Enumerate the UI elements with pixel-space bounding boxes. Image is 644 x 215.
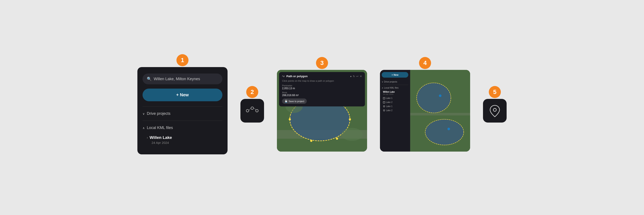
chevron-right-icon: ›	[147, 136, 148, 139]
step-badge-5: 5	[489, 86, 501, 98]
dialog-actions[interactable]: ● ↻ ↩ ✕	[350, 75, 362, 78]
lake1b-pin-icon	[383, 105, 385, 108]
svg-point-20	[384, 110, 385, 111]
svg-point-13	[310, 140, 312, 142]
save-to-project-button[interactable]: 💾 Save to project	[282, 98, 307, 104]
dialog-title: Path or polygon	[282, 75, 308, 78]
perimeter-label: Perimeter	[282, 84, 362, 87]
panel4-divider	[382, 85, 408, 85]
svg-point-0	[246, 109, 249, 112]
map-sidebar-panel: + New ∨ Drive projects ∧ Local KML files…	[380, 70, 470, 152]
path-icon-small	[282, 75, 285, 77]
panel4-new-button[interactable]: + New	[382, 72, 408, 78]
dialog-subtitle: Click points on the map to draw a path o…	[282, 80, 362, 82]
path-icon-panel	[240, 99, 264, 123]
save-button-label: Save to project	[288, 100, 304, 103]
chevron-up-icon: ∧	[142, 126, 145, 130]
lake2b-label: Lake 2	[386, 109, 392, 112]
panel4-willen-item[interactable]: Willen Lake 24 Apr 2024	[382, 90, 408, 96]
search-icon: 🔍	[147, 77, 152, 81]
svg-point-18	[384, 106, 385, 107]
local-kml-label: Local KML files	[147, 126, 173, 130]
kml-item-date: 24 Apr 2024	[147, 141, 218, 144]
map-polygon-panel: Path or polygon ● ↻ ↩ ✕ Click points on …	[277, 70, 367, 152]
svg-point-30	[493, 108, 496, 111]
svg-point-1	[251, 107, 254, 109]
svg-point-2	[256, 109, 258, 112]
svg-point-15	[341, 128, 363, 141]
lake2b-pin-icon	[383, 109, 385, 112]
perimeter-stat: Perimeter 2,053.13 m	[282, 84, 362, 90]
dialog-title-text: Path or polygon	[286, 75, 308, 78]
location-pin-icon	[490, 104, 500, 117]
refresh-icon[interactable]: ↻	[353, 75, 355, 78]
step-5-wrapper: 5	[483, 92, 506, 123]
lake2-label: Lake 2	[386, 101, 392, 103]
panel4-willen-name: Willen Lake	[383, 91, 407, 93]
save-icon: 💾	[285, 100, 288, 103]
chevron-up-icon-small: ∧	[382, 87, 383, 89]
area-stat: Area 268,018.68 m²	[282, 91, 362, 97]
drive-projects-label: Drive projects	[147, 111, 170, 116]
drive-projects-label-small: Drive projects	[384, 81, 397, 83]
svg-point-7	[289, 118, 291, 120]
map-background-3: Path or polygon ● ↻ ↩ ✕ Click points on …	[277, 70, 367, 152]
kml-item-name-row: › Willen Lake	[147, 135, 218, 140]
panel4-lake1-item[interactable]: Lake 1	[382, 96, 408, 100]
close-icon[interactable]: ✕	[360, 75, 362, 78]
step-3-wrapper: 3	[277, 63, 367, 152]
divider-1	[142, 106, 222, 107]
svg-rect-17	[383, 101, 385, 103]
area-label: Area	[282, 91, 362, 94]
undo-icon[interactable]: ↩	[356, 75, 358, 78]
panel4-local-kml[interactable]: ∧ Local KML files	[382, 86, 408, 90]
lake1-label: Lake 1	[386, 97, 392, 99]
local-kml-label-small: Local KML files	[384, 87, 398, 89]
step-badge-3: 3	[316, 57, 328, 69]
lake2-area-icon	[383, 101, 385, 103]
new-button[interactable]: + New	[142, 89, 222, 101]
panel4-lake1b-item[interactable]: Lake 1	[382, 104, 408, 108]
drive-projects-section[interactable]: ∨ Drive projects	[142, 110, 222, 118]
search-bar[interactable]: 🔍 Willen Lake, Milton Keynes	[142, 74, 222, 84]
step-badge-4: 4	[419, 57, 431, 69]
pin-icon-panel	[483, 99, 506, 123]
step-1-wrapper: 1 🔍 Willen Lake, Milton Keynes + New ∨ D…	[138, 61, 228, 154]
panel4-lake2-item[interactable]: Lake 2	[382, 100, 408, 104]
step-badge-2: 2	[246, 86, 258, 98]
search-text: Willen Lake, Milton Keynes	[154, 77, 200, 81]
path-polygon-dialog: Path or polygon ● ↻ ↩ ✕ Click points on …	[279, 72, 365, 106]
step-2-wrapper: 2	[240, 92, 264, 123]
dialog-header: Path or polygon ● ↻ ↩ ✕	[282, 75, 362, 78]
panel4-drive-projects[interactable]: ∨ Drive projects	[382, 80, 408, 84]
panel4-sidebar: + New ∨ Drive projects ∧ Local KML files…	[380, 70, 410, 152]
svg-rect-29	[410, 113, 470, 115]
lake1b-label: Lake 1	[386, 105, 392, 108]
svg-point-11	[349, 118, 351, 120]
divider-2	[142, 121, 222, 121]
panel4-willen-date: 24 Apr 2024	[383, 93, 407, 95]
chevron-down-icon: ∨	[142, 112, 145, 115]
kml-item-willen[interactable]: › Willen Lake 24 Apr 2024	[142, 132, 222, 148]
panel4-map	[410, 70, 470, 152]
lake1-area-icon	[383, 97, 385, 99]
step-4-wrapper: 4 + New ∨ Drive projects ∧ Local KML fil…	[380, 63, 470, 152]
step-badge-1: 1	[176, 54, 188, 66]
chevron-down-icon-small: ∨	[382, 81, 383, 83]
area-value: 268,018.68 m²	[282, 94, 362, 97]
svg-point-12	[336, 138, 338, 140]
path-tool-icon	[246, 106, 259, 115]
svg-point-27	[439, 94, 442, 97]
info-icon[interactable]: ●	[350, 75, 352, 78]
local-kml-section[interactable]: ∧ Local KML files	[142, 124, 222, 132]
svg-rect-16	[383, 97, 385, 99]
svg-point-28	[447, 128, 450, 130]
perimeter-value: 2,053.13 m	[282, 87, 362, 90]
panel4-lake2b-item[interactable]: Lake 2	[382, 108, 408, 112]
sidebar-panel: 🔍 Willen Lake, Milton Keynes + New ∨ Dri…	[138, 67, 228, 154]
kml-item-name: Willen Lake	[150, 135, 172, 140]
panel4-map-svg	[410, 70, 470, 152]
